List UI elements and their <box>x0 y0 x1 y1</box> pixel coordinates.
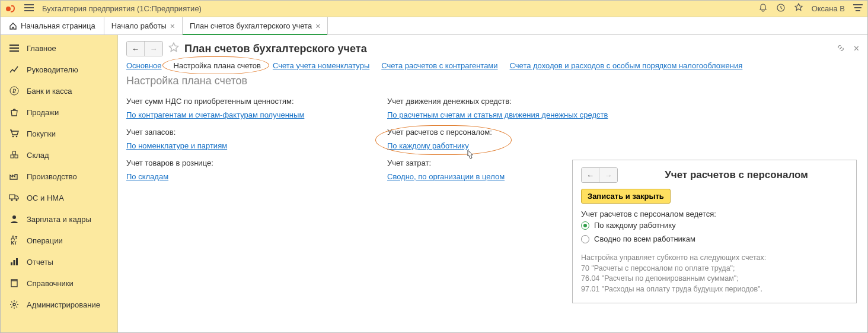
sidebar-item-purchases[interactable]: Покупки <box>1 123 117 144</box>
svg-point-4 <box>12 136 14 138</box>
svg-point-0 <box>6 7 11 11</box>
svg-rect-6 <box>11 155 14 158</box>
dtkt-icon: ДтКт <box>9 235 20 246</box>
panel-forward-button[interactable]: → <box>599 168 617 182</box>
svg-rect-13 <box>14 260 15 265</box>
forward-button[interactable]: → <box>145 42 162 56</box>
sidebar-item-production[interactable]: Производство <box>1 166 117 187</box>
subnav-main[interactable]: Основное <box>126 61 162 70</box>
cart-icon <box>9 128 20 139</box>
tab-chart-of-accounts[interactable]: План счетов бухгалтерского учета × <box>183 17 328 34</box>
sidebar-item-label: Продажи <box>27 108 59 117</box>
sidebar-item-label: Зарплата и кадры <box>27 215 91 224</box>
svg-rect-7 <box>15 155 18 158</box>
app-logo <box>5 5 18 13</box>
svg-rect-8 <box>13 151 16 154</box>
subnav-nomenclature[interactable]: Счета учета номенклатуры <box>273 61 369 70</box>
radio-label: По каждому работнику <box>594 221 676 230</box>
home-icon <box>9 22 17 30</box>
sidebar: Главное Руководителю ₽Банк и касса Прода… <box>1 35 118 332</box>
home-tab[interactable]: Начальная страница <box>1 17 104 34</box>
tab-label: План счетов бухгалтерского учета <box>190 21 312 30</box>
personnel-settings-panel: ← → Учет расчетов с персоналом Записать … <box>572 160 857 303</box>
panel-hint: Настройка управляет субконто на следующи… <box>581 253 848 294</box>
sidebar-item-assets[interactable]: ОС и НМА <box>1 187 117 208</box>
main-menu-icon[interactable] <box>24 4 34 13</box>
sidebar-item-label: Главное <box>27 44 56 53</box>
sidebar-item-warehouse[interactable]: Склад <box>1 144 117 166</box>
book-icon <box>9 278 20 288</box>
bag-icon <box>9 107 20 118</box>
subnav-income-expense[interactable]: Счета доходов и расходов с особым порядк… <box>510 61 743 70</box>
page-title: План счетов бухгалтерского учета <box>184 43 367 55</box>
sidebar-item-operations[interactable]: ДтКтОперации <box>1 230 117 251</box>
back-button[interactable]: ← <box>127 42 145 56</box>
history-icon[interactable] <box>776 3 786 14</box>
svg-text:₽: ₽ <box>12 88 17 94</box>
subnav: Основное Настройка плана счетов Счета уч… <box>118 59 867 75</box>
user-name[interactable]: Оксана В <box>812 4 845 13</box>
nav-buttons: ← → <box>126 41 163 56</box>
sidebar-item-main[interactable]: Главное <box>1 37 117 59</box>
sidebar-item-label: Операции <box>27 236 63 245</box>
panel-title: Учет расчетов с персоналом <box>665 169 808 181</box>
panel-menu-icon[interactable] <box>853 4 863 13</box>
svg-rect-12 <box>11 262 12 265</box>
svg-point-11 <box>12 215 16 219</box>
star-icon[interactable] <box>794 3 803 14</box>
link-icon[interactable] <box>836 43 845 55</box>
content-area: ← → План счетов бухгалтерского учета × О… <box>118 35 867 332</box>
subnav-contractors[interactable]: Счета расчетов с контрагентами <box>381 61 497 70</box>
panel-back-button[interactable]: ← <box>582 168 599 182</box>
titlebar: Бухгалтерия предприятия (1С:Предприятие)… <box>1 1 867 17</box>
person-icon <box>9 214 20 224</box>
radio-icon <box>581 221 589 230</box>
radio-per-employee[interactable]: По каждому работнику <box>581 218 848 232</box>
link-stock[interactable]: По номенклатуре и партиям <box>126 141 363 150</box>
chart-icon <box>9 64 20 75</box>
section-title: Настройка плана счетов <box>118 75 867 92</box>
label-retail: Учет товаров в рознице: <box>126 158 363 167</box>
label-vat: Учет сумм НДС по приобретенным ценностям… <box>126 97 363 106</box>
sidebar-item-label: ОС и НМА <box>27 194 64 202</box>
sidebar-item-sales[interactable]: Продажи <box>1 102 117 123</box>
app-title: Бухгалтерия предприятия (1С:Предприятие) <box>42 4 202 13</box>
sidebar-item-manager[interactable]: Руководителю <box>1 59 117 80</box>
settings-column-left: Учет сумм НДС по приобретенным ценностям… <box>126 92 363 181</box>
sidebar-item-label: Производство <box>27 172 77 181</box>
radio-label: Сводно по всем работникам <box>594 234 695 243</box>
sidebar-item-label: Справочники <box>27 279 74 288</box>
radio-icon <box>581 235 589 243</box>
radio-summary[interactable]: Сводно по всем работникам <box>581 232 848 246</box>
boxes-icon <box>9 150 20 160</box>
svg-point-10 <box>16 199 18 201</box>
sidebar-item-admin[interactable]: Администрирование <box>1 294 117 315</box>
link-vat[interactable]: По контрагентам и счетам-фактурам получе… <box>126 110 363 119</box>
close-page-button[interactable]: × <box>854 43 859 55</box>
svg-point-5 <box>16 136 18 138</box>
svg-point-9 <box>11 199 13 201</box>
link-cash[interactable]: По расчетным счетам и статьям движения д… <box>387 110 624 119</box>
save-and-close-button[interactable]: Записать и закрыть <box>581 189 671 204</box>
bell-icon[interactable] <box>758 3 768 14</box>
favorite-star-icon[interactable] <box>168 42 180 56</box>
sidebar-item-bank[interactable]: ₽Банк и касса <box>1 80 117 102</box>
link-personnel[interactable]: По каждому работнику <box>387 141 624 150</box>
gear-icon <box>9 299 20 310</box>
link-retail[interactable]: По складам <box>126 172 363 181</box>
factory-icon <box>9 171 20 182</box>
close-icon[interactable]: × <box>315 21 320 31</box>
ruble-icon: ₽ <box>9 85 20 96</box>
sidebar-item-label: Администрирование <box>27 300 100 309</box>
tab-start[interactable]: Начало работы × <box>104 17 183 34</box>
close-icon[interactable]: × <box>170 21 175 31</box>
label-personnel: Учет расчетов с персоналом: <box>387 128 624 137</box>
sidebar-item-label: Покупки <box>27 129 56 138</box>
bars-icon <box>9 256 20 267</box>
sidebar-item-salary[interactable]: Зарплата и кадры <box>1 208 117 230</box>
subnav-settings[interactable]: Настройка плана счетов <box>174 61 261 70</box>
sidebar-item-reports[interactable]: Отчеты <box>1 251 117 272</box>
sidebar-item-catalogs[interactable]: Справочники <box>1 272 117 294</box>
panel-nav-buttons: ← → <box>581 167 618 183</box>
svg-rect-14 <box>16 258 18 265</box>
